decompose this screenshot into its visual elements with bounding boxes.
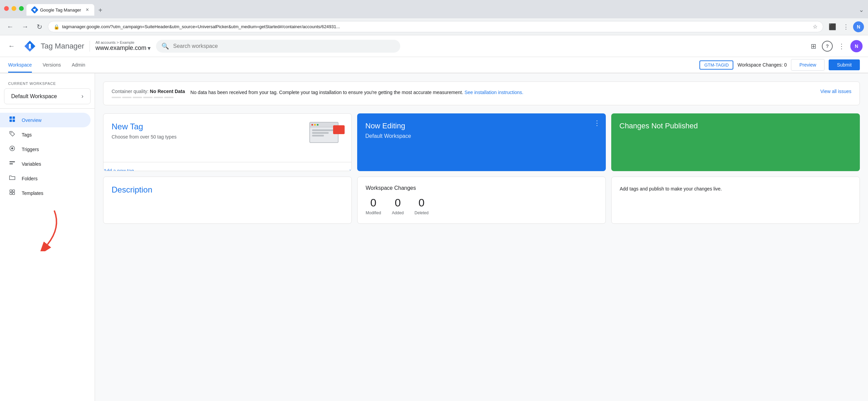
view-all-issues-btn[interactable]: View all issues <box>820 89 851 94</box>
account-dropdown-icon: ▾ <box>148 44 151 52</box>
window-expand-btn[interactable]: ⌄ <box>859 6 864 14</box>
nav-refresh-btn[interactable]: ↻ <box>34 21 45 32</box>
deleted-label: Deleted <box>414 211 428 215</box>
browser-tab[interactable]: Google Tag Manager × <box>26 4 94 16</box>
app-header: ← Tag Manager All accounts > Example www… <box>0 35 868 57</box>
sidebar-item-variables[interactable]: Variables <box>0 157 91 171</box>
address-bar[interactable]: 🔒 tagmanager.google.com/?utm_campaign=Su… <box>48 21 823 32</box>
content-area: Container quality: No Recent Data No dat… <box>95 73 868 401</box>
now-editing-workspace-name: Default Workspace <box>365 133 598 139</box>
sidebar-item-overview[interactable]: Overview <box>0 113 91 127</box>
window-close-btn[interactable] <box>4 6 9 11</box>
tab-admin[interactable]: Admin <box>72 57 85 73</box>
svg-rect-17 <box>13 193 15 195</box>
new-tab-btn[interactable]: + <box>94 5 107 16</box>
browser-more-btn[interactable]: ⋮ <box>840 22 852 32</box>
main-layout: CURRENT WORKSPACE Default Workspace › Ov… <box>0 73 868 401</box>
sidebar-item-label-tags: Tags <box>22 132 32 138</box>
modified-label: Modified <box>366 211 381 215</box>
sidebar-item-label-variables: Variables <box>22 161 41 167</box>
svg-rect-12 <box>9 161 15 162</box>
svg-point-9 <box>11 132 12 133</box>
browser-menu-icons: ⬛ ⋮ N <box>826 21 864 32</box>
cards-grid-top: New Tag Choose from over 50 tag types <box>103 113 860 171</box>
nav-tab-actions: GTM-TAGID Workspace Changes: 0 Preview S… <box>699 59 860 71</box>
sidebar-item-label-templates: Templates <box>22 190 43 196</box>
quality-bar <box>112 97 185 98</box>
preview-btn[interactable]: Preview <box>791 59 825 71</box>
sidebar-item-folders[interactable]: Folders <box>0 171 91 186</box>
search-icon: 🔍 <box>161 42 169 50</box>
account-name: www.example.com <box>95 44 146 52</box>
window-minimize-btn[interactable] <box>12 6 16 11</box>
svg-rect-13 <box>9 163 13 164</box>
quality-bar-segment-4 <box>143 97 153 98</box>
bookmark-icon[interactable]: ☆ <box>813 23 817 30</box>
add-tag-label: Add a new tag <box>103 168 134 171</box>
nav-back-btn[interactable]: ← <box>4 21 16 32</box>
lock-icon: 🔒 <box>54 24 59 30</box>
quality-bar-segment-5 <box>154 97 163 98</box>
workspace-arrow-icon: › <box>81 93 83 100</box>
quality-bar-segment-3 <box>133 97 142 98</box>
header-more-btn[interactable]: ⋮ <box>835 39 848 53</box>
modified-value: 0 <box>366 197 381 209</box>
tab-versions[interactable]: Versions <box>43 57 61 73</box>
sidebar-item-label-overview: Overview <box>22 117 41 123</box>
quality-banner: Container quality: No Recent Data No dat… <box>103 81 860 105</box>
sidebar: CURRENT WORKSPACE Default Workspace › Ov… <box>0 73 95 401</box>
nav-tabs-bar: Workspace Versions Admin GTM-TAGID Works… <box>0 57 868 73</box>
account-breadcrumb: All accounts > Example www.example.com ▾ <box>95 40 151 52</box>
change-stat-modified: 0 Modified <box>366 197 381 215</box>
header-right-actions: ⊞ ? ⋮ N <box>808 39 863 53</box>
sidebar-item-label-folders: Folders <box>22 176 38 181</box>
svg-rect-8 <box>13 120 15 122</box>
quality-message: No data has been received from your tag.… <box>190 89 815 96</box>
quality-bar-segment-1 <box>112 97 121 98</box>
tag-red-icon <box>333 125 345 134</box>
app-name: Tag Manager <box>41 42 84 51</box>
app-logo: Tag Manager <box>23 39 84 53</box>
sidebar-item-templates[interactable]: Templates <box>0 186 91 200</box>
sidebar-item-tags[interactable]: Tags <box>0 127 91 142</box>
now-editing-label: Now Editing <box>365 122 598 130</box>
help-btn[interactable]: ? <box>822 41 833 52</box>
workspace-changes-card: Workspace Changes 0 Modified 0 Added 0 D <box>357 177 606 224</box>
tags-icon <box>8 131 16 139</box>
workspace-changes-title: Workspace Changes <box>366 185 597 191</box>
nav-forward-btn[interactable]: → <box>19 21 31 32</box>
description-card: Description <box>103 177 352 224</box>
breadcrumb-path: All accounts > Example <box>95 40 151 44</box>
grid-icon-btn[interactable]: ⊞ <box>808 39 819 53</box>
triggers-icon <box>8 145 16 153</box>
workspace-changes-count: Workspace Changes: 0 <box>737 62 787 68</box>
tab-title: Google Tag Manager <box>40 7 81 13</box>
extension-btn[interactable]: ⬛ <box>826 22 839 32</box>
gtm-logo-icon <box>23 39 37 53</box>
change-stat-deleted: 0 Deleted <box>414 197 428 215</box>
now-editing-more-btn[interactable]: ⋮ <box>594 119 600 127</box>
overview-icon <box>8 116 16 124</box>
gtm-id-badge[interactable]: GTM-TAGID <box>699 60 733 70</box>
quality-install-link[interactable]: See installation instructions. <box>464 90 523 95</box>
sidebar-divider <box>0 108 95 109</box>
changes-live-card: Add tags and publish to make your change… <box>611 177 860 224</box>
browser-profile-btn[interactable]: N <box>853 21 864 32</box>
quality-status: No Recent Data <box>150 89 185 94</box>
window-maximize-btn[interactable] <box>19 6 24 11</box>
search-box: 🔍 <box>156 40 400 53</box>
changes-not-published-card: Changes Not Published <box>611 113 860 171</box>
tab-workspace[interactable]: Workspace <box>8 57 32 73</box>
search-input[interactable] <box>173 43 395 49</box>
tab-close-btn[interactable]: × <box>86 7 89 13</box>
submit-btn[interactable]: Submit <box>829 59 860 70</box>
changes-live-text: Add tags and publish to make your change… <box>620 185 851 193</box>
sidebar-item-triggers[interactable]: Triggers <box>0 142 91 157</box>
workspace-selector[interactable]: Default Workspace › <box>4 88 91 104</box>
new-tag-card: New Tag Choose from over 50 tag types <box>103 113 352 171</box>
tab-favicon <box>31 6 39 14</box>
app-back-btn[interactable]: ← <box>5 39 18 53</box>
account-selector[interactable]: www.example.com ▾ <box>95 44 151 52</box>
add-new-tag-btn[interactable]: Add a new tag › <box>103 162 352 171</box>
user-avatar[interactable]: N <box>850 40 863 52</box>
